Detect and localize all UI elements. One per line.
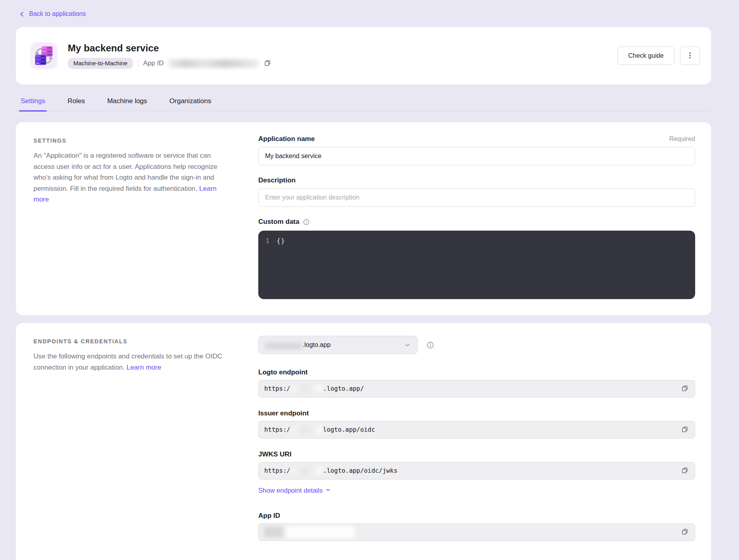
kebab-menu-icon (687, 52, 693, 60)
code-line: 1 {} (258, 237, 695, 245)
logto-endpoint-label: Logto endpoint (258, 368, 308, 376)
line-number: 1 (258, 237, 277, 245)
copy-logto-endpoint-button[interactable] (680, 384, 689, 394)
copy-icon (681, 467, 688, 475)
code-content: {} (277, 237, 285, 245)
application-title: My backend service (68, 43, 272, 54)
url-prefix: https:/ (264, 467, 290, 474)
app-id-field-label: App ID (258, 512, 280, 520)
settings-section-heading: SETTINGS (33, 137, 225, 144)
endpoints-credentials-card: ENDPOINTS & CREDENTIALS Use the followin… (16, 323, 711, 560)
header-actions: Check guide (617, 47, 700, 65)
endpoints-form-column: .logto.app Logto endpoint (258, 336, 695, 541)
required-tag: Required (669, 135, 695, 143)
tenant-id-redacted (291, 385, 322, 393)
tenant-id-redacted (291, 426, 322, 434)
copy-icon (681, 528, 688, 537)
description-input[interactable] (258, 188, 695, 207)
jwks-uri-label: JWKS URI (258, 450, 291, 458)
logto-endpoint-value-field: https:/ .logto.app/ (258, 380, 695, 397)
show-endpoint-details-link[interactable]: Show endpoint details (258, 487, 331, 494)
endpoints-learn-more-link[interactable]: Learn more (126, 364, 161, 371)
tenant-domain-value: .logto.app (303, 341, 330, 349)
settings-card-description-column: SETTINGS An "Application" is a registere… (33, 135, 225, 299)
back-link-label: Back to applications (29, 10, 86, 18)
description-label: Description (258, 176, 296, 184)
url-prefix: https:/ (264, 426, 290, 433)
app-id-value-redacted (264, 526, 354, 538)
custom-data-code-editor[interactable]: 1 {} (258, 231, 695, 299)
copy-app-id-button[interactable] (263, 59, 272, 69)
jwks-uri-group: JWKS URI https:/ .logto.app/oidc/jwks (258, 450, 695, 480)
tenant-endpoint-info-icon[interactable] (426, 341, 434, 349)
endpoints-section-description: Use the following endpoints and credenti… (33, 351, 225, 373)
endpoints-card-description-column: ENDPOINTS & CREDENTIALS Use the followin… (33, 336, 225, 541)
custom-data-label: Custom data (258, 218, 299, 226)
url-suffix: logto.app/oidc (323, 426, 375, 433)
tenant-name-redacted (265, 342, 302, 349)
custom-data-info-icon[interactable] (303, 219, 310, 225)
url-suffix: .logto.app/ (323, 385, 364, 392)
copy-icon (681, 385, 688, 393)
chevron-down-icon (325, 487, 331, 494)
copy-issuer-endpoint-button[interactable] (680, 425, 689, 435)
application-detail-page: Back to applications (0, 0, 739, 560)
tenant-domain-select[interactable]: .logto.app (258, 336, 418, 354)
tab-settings[interactable]: Settings (19, 96, 47, 112)
meta-divider (138, 60, 138, 67)
settings-form-column: Application name Required Description Cu… (258, 135, 695, 299)
issuer-endpoint-value-field: https:/ logto.app/oidc (258, 421, 695, 439)
tab-organizations[interactable]: Organizations (168, 96, 213, 112)
copy-icon (681, 426, 688, 434)
more-actions-button[interactable] (680, 47, 700, 65)
copy-app-id-value-button[interactable] (680, 527, 689, 537)
application-type-badge: Machine-to-Machine (68, 58, 133, 69)
app-id-value-field (258, 523, 695, 541)
chevron-down-icon (404, 341, 411, 349)
application-header-card: My backend service Machine-to-Machine Ap… (16, 27, 711, 84)
app-id-label: App ID (143, 59, 164, 67)
settings-section-description: An "Application" is a registered softwar… (33, 150, 225, 205)
application-name-label: Application name (258, 135, 315, 143)
application-meta-row: Machine-to-Machine App ID (68, 58, 272, 69)
application-header-info: My backend service Machine-to-Machine Ap… (68, 43, 272, 69)
tenant-endpoint-row: .logto.app (258, 336, 695, 354)
application-tabs: Settings Roles Machine logs Organization… (16, 96, 711, 111)
url-prefix: https:/ (264, 385, 290, 392)
back-to-applications-link[interactable]: Back to applications (19, 10, 86, 18)
logto-endpoint-group: Logto endpoint https:/ .logto.app/ (258, 368, 695, 397)
application-name-input[interactable] (258, 147, 695, 165)
settings-card: SETTINGS An "Application" is a registere… (16, 122, 711, 315)
tab-roles[interactable]: Roles (66, 96, 86, 112)
tab-machine-logs[interactable]: Machine logs (106, 96, 149, 112)
issuer-endpoint-group: Issuer endpoint https:/ logto.app/oidc (258, 409, 695, 439)
app-id-group: App ID (258, 512, 695, 541)
issuer-endpoint-label: Issuer endpoint (258, 409, 309, 417)
url-suffix: .logto.app/oidc/jwks (323, 467, 397, 474)
application-name-group: Application name Required (258, 135, 695, 165)
copy-icon (264, 59, 271, 68)
tenant-id-redacted (291, 467, 322, 475)
custom-data-group: Custom data 1 {} (258, 218, 695, 299)
jwks-uri-value-field: https:/ .logto.app/oidc/jwks (258, 462, 695, 480)
chevron-left-icon (19, 11, 25, 17)
app-id-value-redacted (169, 59, 258, 68)
description-group: Description (258, 176, 695, 207)
check-guide-button[interactable]: Check guide (617, 47, 674, 65)
machine-to-machine-app-icon (30, 42, 57, 69)
endpoints-section-heading: ENDPOINTS & CREDENTIALS (33, 338, 225, 345)
copy-jwks-uri-button[interactable] (680, 466, 689, 476)
